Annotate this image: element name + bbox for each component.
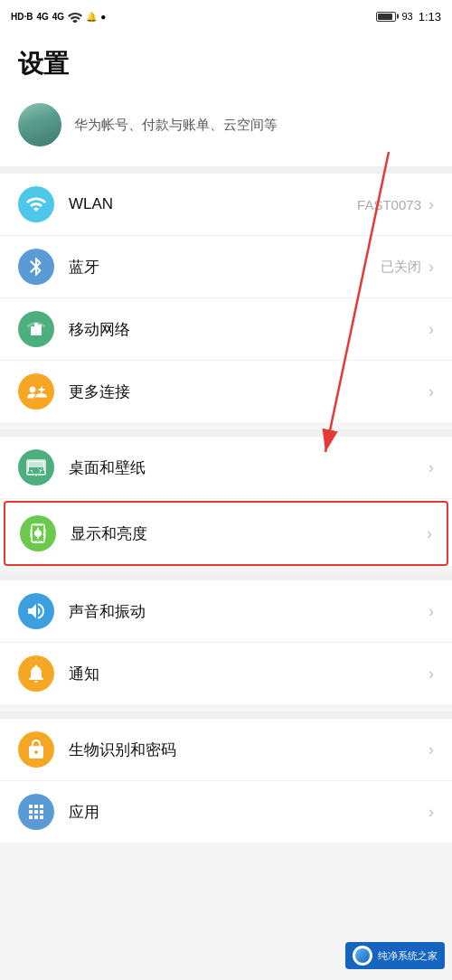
wlan-icon	[25, 193, 47, 215]
wlan-value: FAST0073	[357, 197, 421, 212]
desktop-item[interactable]: 桌面和壁纸 ›	[0, 437, 452, 499]
svg-rect-1	[31, 326, 34, 335]
notification-label: 通知	[69, 664, 421, 684]
mobile-network-icon	[25, 318, 47, 340]
desktop-chevron: ›	[428, 458, 434, 477]
avatar	[18, 103, 61, 146]
more-connections-label: 更多连接	[69, 382, 421, 402]
notification-icon-bg	[18, 655, 54, 692]
bluetooth-icon-bg	[18, 249, 54, 285]
desktop-wallpaper-icon	[25, 457, 47, 478]
desktop-label: 桌面和壁纸	[69, 457, 421, 478]
notif-icon: 🔔	[86, 12, 97, 22]
mobile-chevron: ›	[428, 320, 434, 339]
more-connections-icon-bg	[18, 373, 54, 410]
status-bar: HD·B 4G 4G 🔔 ● 93 1:13	[0, 0, 452, 33]
biometric-label: 生物识别和密码	[69, 740, 421, 760]
battery-percent: 93	[401, 11, 412, 22]
account-row[interactable]: 华为帐号、付款与账单、云空间等	[18, 96, 434, 159]
apps-icon-bg	[18, 794, 54, 830]
sound-item[interactable]: 声音和振动 ›	[0, 580, 452, 643]
apps-icon	[25, 801, 47, 823]
biometric-icon-bg	[18, 731, 54, 768]
section-divider-4	[0, 711, 452, 719]
notification-chevron: ›	[428, 664, 434, 683]
section-divider-2	[0, 429, 452, 437]
signal-4g-1: 4G	[36, 12, 48, 22]
svg-rect-0	[34, 323, 38, 335]
bluetooth-label: 蓝牙	[69, 257, 381, 278]
sound-section: 声音和振动 › 通知 ›	[0, 580, 452, 704]
notification-item[interactable]: 通知 ›	[0, 643, 452, 704]
wlan-chevron: ›	[428, 195, 434, 214]
biometric-password-icon	[25, 739, 47, 760]
sound-vibration-icon	[25, 600, 47, 622]
sound-icon-bg	[18, 593, 54, 629]
display-section: 桌面和壁纸 › 显示和亮度 ›	[0, 437, 452, 566]
bluetooth-item[interactable]: 蓝牙 已关闭 ›	[0, 236, 452, 298]
status-right: 93 1:13	[376, 10, 441, 24]
display-brightness-chevron: ›	[427, 524, 432, 543]
page-title: 设置	[18, 47, 434, 81]
apps-chevron: ›	[428, 803, 434, 822]
account-subtitle: 华为帐号、付款与账单、云空间等	[74, 117, 278, 134]
bluetooth-chevron: ›	[428, 258, 434, 277]
display-brightness-icon	[27, 523, 49, 544]
wlan-label: WLAN	[69, 195, 357, 213]
biometric-item[interactable]: 生物识别和密码 ›	[0, 719, 452, 781]
biometric-chevron: ›	[428, 740, 434, 759]
mobile-icon-bg	[18, 311, 54, 347]
notification-icon	[25, 663, 47, 684]
wlan-icon-bg	[18, 186, 54, 222]
apps-item[interactable]: 应用 ›	[0, 781, 452, 843]
network-section: WLAN FAST0073 › 蓝牙 已关闭 › 移动网络 ›	[0, 174, 452, 422]
watermark-text: 纯净系统之家	[378, 949, 438, 963]
mobile-label: 移动网络	[69, 319, 421, 340]
signal-4g-2: 4G	[52, 12, 64, 22]
status-left: HD·B 4G 4G 🔔 ●	[11, 10, 106, 23]
time-display: 1:13	[419, 10, 441, 24]
sound-label: 声音和振动	[69, 601, 421, 622]
bluetooth-value: 已关闭	[381, 259, 421, 276]
svg-rect-2	[38, 325, 42, 335]
display-brightness-item[interactable]: 显示和亮度 ›	[4, 501, 448, 566]
watermark-logo	[353, 946, 372, 966]
more-connections-item[interactable]: 更多连接 ›	[0, 361, 452, 422]
carrier-label: HD·B	[11, 12, 33, 22]
battery-icon	[376, 12, 396, 22]
wlan-item[interactable]: WLAN FAST0073 ›	[0, 174, 452, 236]
mobile-item[interactable]: 移动网络 ›	[0, 298, 452, 361]
bluetooth-icon	[25, 256, 47, 278]
more-connections-chevron: ›	[428, 382, 434, 401]
desktop-icon-bg	[18, 449, 54, 485]
sound-chevron: ›	[428, 602, 434, 621]
display-icon-bg	[20, 515, 56, 551]
user-icon: ●	[100, 12, 106, 22]
apps-label: 应用	[69, 802, 421, 823]
wifi-icon	[68, 10, 82, 23]
watermark: 纯净系统之家	[345, 942, 445, 969]
section-divider-3	[0, 573, 452, 580]
biometric-section: 生物识别和密码 › 应用 ›	[0, 719, 452, 843]
section-divider-1	[0, 166, 452, 174]
header: 设置 华为帐号、付款与账单、云空间等	[0, 33, 452, 166]
display-brightness-label: 显示和亮度	[71, 523, 419, 544]
more-connections-icon	[25, 381, 47, 402]
